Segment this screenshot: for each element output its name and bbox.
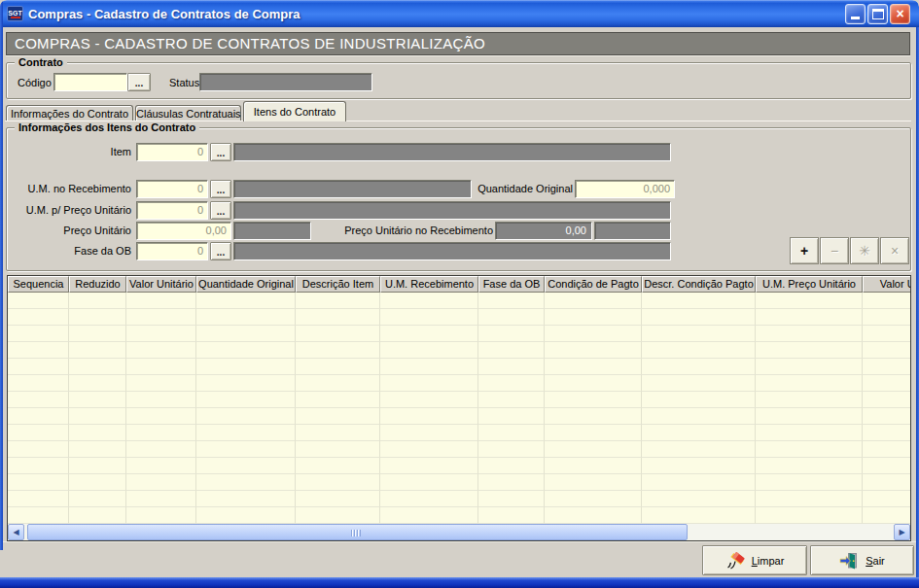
fase-ob-input[interactable]: 0 xyxy=(136,242,208,260)
app-icon: SGT xyxy=(7,6,23,21)
grid-cell xyxy=(380,375,478,392)
close-button[interactable]: × xyxy=(890,4,910,24)
tab-label: Informações do Contrato xyxy=(11,108,128,120)
grid-cell xyxy=(8,375,69,392)
preco-unitario-recebimento-field: 0,00 xyxy=(495,222,592,240)
grid-column-header[interactable]: U.M. Preço Unitário xyxy=(756,276,863,293)
grid-cell xyxy=(126,507,196,524)
um-recebimento-description-field xyxy=(233,180,472,198)
horizontal-scrollbar[interactable]: ◀ ▶ xyxy=(8,524,910,540)
grid-cell xyxy=(642,474,756,491)
grid-cell xyxy=(8,293,69,309)
close-icon: × xyxy=(891,5,909,23)
grid-cell xyxy=(196,392,296,408)
grid-column-header[interactable]: U.M. Recebimento xyxy=(380,276,478,293)
grid-cell xyxy=(545,441,642,458)
codigo-browse-button[interactable]: ... xyxy=(127,73,151,91)
grid-cell xyxy=(8,507,69,524)
table-row[interactable] xyxy=(8,375,910,392)
table-row[interactable] xyxy=(8,425,910,441)
grid-column-header[interactable]: Condição de Pagto xyxy=(545,276,642,293)
scroll-left-button[interactable]: ◀ xyxy=(8,524,24,540)
grid-column-header[interactable]: Quantidade Original xyxy=(196,276,296,293)
grid-cell xyxy=(196,507,296,524)
grid-cell xyxy=(69,293,126,309)
grid-cell xyxy=(863,342,910,359)
fase-ob-browse-button[interactable]: ... xyxy=(210,242,231,260)
table-row[interactable] xyxy=(8,441,910,458)
grid-cell xyxy=(126,309,196,326)
grid-cell xyxy=(863,425,910,441)
grid-cell xyxy=(756,309,863,326)
um-recebimento-label: U.M. no Recebimento xyxy=(10,183,131,195)
grid-cell xyxy=(380,326,478,342)
table-row[interactable] xyxy=(8,507,910,524)
grid-column-header[interactable]: Valor Uni xyxy=(863,276,910,293)
grid-cell xyxy=(69,491,126,507)
grid-body xyxy=(8,293,910,524)
grid-column-header[interactable]: Descr. Condição Pagto xyxy=(642,276,756,293)
grid-cell xyxy=(756,458,863,474)
contract-groupbox-legend: Contrato xyxy=(15,56,67,68)
um-preco-unitario-browse-button[interactable]: ... xyxy=(210,201,231,220)
sair-button[interactable]: Sair xyxy=(810,545,914,575)
cancel-record-button[interactable]: × xyxy=(880,237,909,264)
grid-column-header[interactable]: Fase da OB xyxy=(478,276,545,293)
grid-column-header[interactable]: Descrição Item xyxy=(296,276,380,293)
item-input[interactable]: 0 xyxy=(136,143,208,161)
maximize-button[interactable] xyxy=(867,4,888,24)
edit-record-button[interactable]: ✳ xyxy=(850,237,879,264)
table-row[interactable] xyxy=(8,474,910,491)
tab-itens-do-contrato[interactable]: Itens do Contrato xyxy=(243,101,346,121)
table-row[interactable] xyxy=(8,491,910,507)
um-preco-unitario-input[interactable]: 0 xyxy=(136,201,208,220)
table-row[interactable] xyxy=(8,408,910,425)
minimize-button[interactable] xyxy=(845,4,866,24)
item-description-field xyxy=(233,143,671,161)
grid-cell xyxy=(8,491,69,507)
scroll-right-button[interactable]: ▶ xyxy=(894,524,910,540)
grid-column-header[interactable]: Sequencia xyxy=(8,276,69,293)
insert-record-button[interactable]: + xyxy=(790,237,819,264)
grid-cell xyxy=(642,491,756,507)
grid-column-header[interactable]: Reduzido xyxy=(69,276,126,293)
grid-cell xyxy=(380,491,478,507)
codigo-input[interactable] xyxy=(53,73,127,91)
grid-cell xyxy=(126,392,196,408)
grid-cell xyxy=(196,293,296,309)
quantidade-original-input[interactable]: 0,000 xyxy=(575,180,675,198)
grid-cell xyxy=(380,309,478,326)
grid-cell xyxy=(8,408,69,425)
tab-clausulas-contratuais[interactable]: Cláusulas Contratuais xyxy=(135,105,241,121)
preco-unitario-recebimento-aux-field xyxy=(594,222,671,240)
table-row[interactable] xyxy=(8,309,910,326)
table-row[interactable] xyxy=(8,458,910,474)
preco-unitario-input[interactable]: 0,00 xyxy=(136,222,231,240)
table-row[interactable] xyxy=(8,342,910,359)
grid-cell xyxy=(478,408,545,425)
limpar-button[interactable]: Limpar xyxy=(702,545,807,575)
grid-column-header[interactable]: Valor Unitário xyxy=(126,276,196,293)
grid-cell xyxy=(863,392,910,408)
table-row[interactable] xyxy=(8,293,910,309)
table-row[interactable] xyxy=(8,392,910,408)
delete-record-button[interactable]: − xyxy=(820,237,849,264)
grid-cell xyxy=(756,425,863,441)
tab-informacoes-do-contrato[interactable]: Informações do Contrato xyxy=(6,105,133,121)
grid-cell xyxy=(126,491,196,507)
grid-cell xyxy=(545,474,642,491)
grid-cell xyxy=(545,375,642,392)
maximize-icon xyxy=(872,9,884,19)
item-browse-button[interactable]: ... xyxy=(210,143,231,161)
grid-cell xyxy=(69,507,126,524)
grid-cell xyxy=(478,441,545,458)
status-label: Status xyxy=(169,77,199,89)
grid-cell xyxy=(380,425,478,441)
grid-cell xyxy=(380,474,478,491)
scrollbar-thumb[interactable] xyxy=(27,524,688,540)
fase-ob-label: Fase da OB xyxy=(10,245,131,258)
um-recebimento-browse-button[interactable]: ... xyxy=(210,180,231,198)
um-recebimento-input[interactable]: 0 xyxy=(136,180,208,198)
table-row[interactable] xyxy=(8,359,910,375)
table-row[interactable] xyxy=(8,326,910,342)
